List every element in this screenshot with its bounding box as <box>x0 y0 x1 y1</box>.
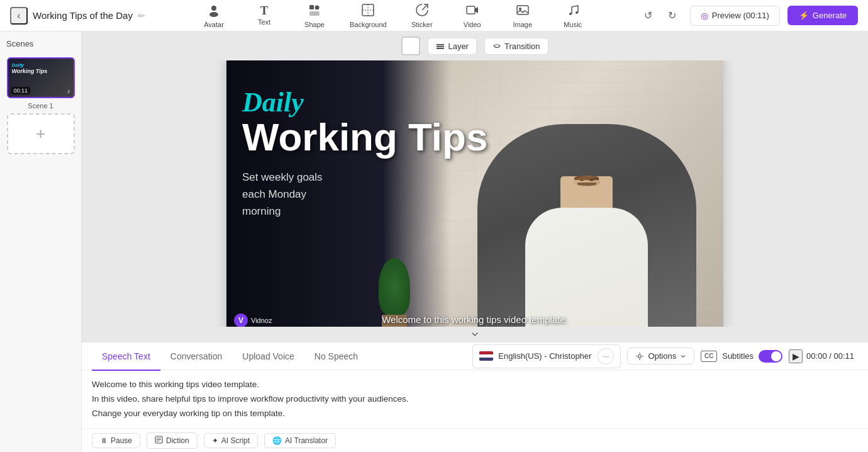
svg-point-11 <box>569 13 572 15</box>
tool-text-label: Text <box>258 18 270 26</box>
tool-music[interactable]: Music <box>558 3 588 28</box>
vidnoz-logo-text: Vidnoz <box>251 317 272 324</box>
background-icon <box>361 3 375 19</box>
person-shirt <box>525 208 648 327</box>
bottom-actions: ⏸ Pause Diction ✦ AI Script 🌐 AI Transla… <box>82 428 868 452</box>
layer-label: Layer <box>448 42 469 51</box>
tool-sticker-label: Sticker <box>411 21 433 28</box>
bottom-panel: Speech Text Conversation Upload Voice No… <box>82 342 868 452</box>
add-scene-button[interactable]: + <box>7 113 75 154</box>
video-desc-line3: morning <box>242 203 487 220</box>
ai-script-icon: ✦ <box>212 436 218 445</box>
us-flag-icon <box>479 351 493 361</box>
person-eye-right <box>589 180 594 181</box>
options-label: Options <box>648 351 676 361</box>
language-more-button[interactable]: ··· <box>598 348 614 364</box>
tool-text[interactable]: T Text <box>249 5 279 26</box>
svg-point-1 <box>209 12 218 17</box>
ai-translator-icon: 🌐 <box>272 436 282 445</box>
layer-button[interactable]: Layer <box>428 38 477 55</box>
main-toolbar: ‹ Working Tips of the Day ✏ Avatar T Tex… <box>0 0 868 31</box>
tool-background[interactable]: Background <box>350 3 387 28</box>
svg-point-3 <box>315 5 320 9</box>
video-text-overlay: Daily Working Tips Set weekly goals each… <box>242 89 487 220</box>
speech-text-area[interactable]: Welcome to this working tips video templ… <box>92 378 858 421</box>
scenes-label: Scenes <box>6 39 75 48</box>
person-torso <box>477 124 696 327</box>
person-hair <box>574 176 599 181</box>
video-daily-text: Daily <box>242 89 487 116</box>
tool-shape[interactable]: Shape <box>299 3 330 28</box>
generate-button[interactable]: ⚡ Generate <box>787 6 858 25</box>
image-icon <box>516 3 530 19</box>
bottom-tabs: Speech Text Conversation Upload Voice No… <box>82 342 868 370</box>
collapse-toggle[interactable] <box>82 327 868 342</box>
ai-script-button[interactable]: ✦ AI Script <box>204 433 258 448</box>
tool-sticker[interactable]: Sticker <box>407 3 437 28</box>
avatar-icon <box>207 3 221 19</box>
text-icon: T <box>260 5 268 16</box>
scenes-panel: Scenes DailyWorking Tips 00:11 ♪ Scene 1… <box>0 31 82 452</box>
pause-label: Pause <box>111 436 132 445</box>
scene-1-name: Scene 1 <box>28 102 53 110</box>
video-desc-line1: Set weekly goals <box>242 169 487 186</box>
svg-point-0 <box>211 6 216 11</box>
scene-1-thumbnail[interactable]: DailyWorking Tips 00:11 ♪ <box>7 57 75 98</box>
tool-avatar[interactable]: Avatar <box>199 3 229 28</box>
pause-button[interactable]: ⏸ Pause <box>92 433 140 448</box>
preview-button[interactable]: ◎ Preview (00:11) <box>690 6 780 26</box>
scene-music-icon: ♪ <box>67 88 70 94</box>
redo-button[interactable]: ↻ <box>662 6 682 26</box>
speech-line-2: In this video, share helpful tips to imp… <box>92 392 858 407</box>
person-eye-left <box>580 180 584 181</box>
toolbar-right: ↺ ↻ ◎ Preview (00:11) ⚡ Generate <box>638 6 858 26</box>
tab-speech-text-label: Speech Text <box>102 351 150 361</box>
canvas-area: Daily Working Tips Set weekly goals each… <box>82 60 868 327</box>
layer-icon <box>436 42 445 50</box>
video-desc-line2: each Monday <box>242 186 487 203</box>
svg-point-12 <box>576 11 578 14</box>
canvas-wrapper: Layer Transition <box>82 31 868 452</box>
scene-duration: 00:11 <box>11 87 31 94</box>
person-neck <box>560 176 613 208</box>
diction-button[interactable]: Diction <box>147 432 198 449</box>
subtitles-row: CC Subtitles <box>701 350 782 363</box>
transition-icon <box>492 42 501 50</box>
language-label: English(US) - Christopher <box>498 351 591 361</box>
ai-translator-button[interactable]: 🌐 AI Translator <box>264 433 336 448</box>
edit-title-icon[interactable]: ✏ <box>138 11 145 21</box>
video-bottom-subtitle: Welcome to this working tips video templ… <box>382 314 568 325</box>
tab-upload-voice[interactable]: Upload Voice <box>232 343 304 371</box>
undo-button[interactable]: ↺ <box>638 6 659 26</box>
tab-conversation[interactable]: Conversation <box>160 343 233 371</box>
back-button[interactable]: ‹ <box>10 7 28 25</box>
video-canvas[interactable]: Daily Working Tips Set weekly goals each… <box>226 60 723 327</box>
main-area: Scenes DailyWorking Tips 00:11 ♪ Scene 1… <box>0 31 868 452</box>
subtitles-label: Subtitles <box>722 351 754 361</box>
plant-leaves <box>379 258 410 315</box>
tab-upload-voice-label: Upload Voice <box>242 351 294 361</box>
generate-icon: ⚡ <box>799 11 809 20</box>
options-button[interactable]: Options <box>627 347 694 364</box>
tab-speech-text[interactable]: Speech Text <box>92 343 160 371</box>
play-button[interactable]: ▶ <box>789 349 803 363</box>
tool-shape-label: Shape <box>304 21 325 28</box>
transition-button[interactable]: Transition <box>484 38 548 55</box>
cc-icon: CC <box>701 351 717 362</box>
svg-rect-4 <box>309 11 320 16</box>
video-working-tips-text: Working Tips <box>242 116 487 157</box>
tab-no-speech[interactable]: No Speech <box>304 343 368 371</box>
scene-thumb-inner: DailyWorking Tips 00:11 ♪ <box>8 59 74 97</box>
subtitles-toggle[interactable] <box>759 350 782 363</box>
language-selector[interactable]: English(US) - Christopher ··· <box>472 344 621 368</box>
tool-image[interactable]: Image <box>508 3 538 28</box>
tab-conversation-label: Conversation <box>170 351 223 361</box>
tool-video[interactable]: Video <box>457 3 487 28</box>
tool-background-label: Background <box>350 21 387 28</box>
generate-label: Generate <box>813 11 847 20</box>
color-picker[interactable] <box>401 37 420 55</box>
tool-video-label: Video <box>464 21 481 28</box>
svg-point-16 <box>638 354 642 358</box>
speech-content: Welcome to this working tips video templ… <box>82 370 868 428</box>
speech-line-1: Welcome to this working tips video templ… <box>92 378 858 392</box>
